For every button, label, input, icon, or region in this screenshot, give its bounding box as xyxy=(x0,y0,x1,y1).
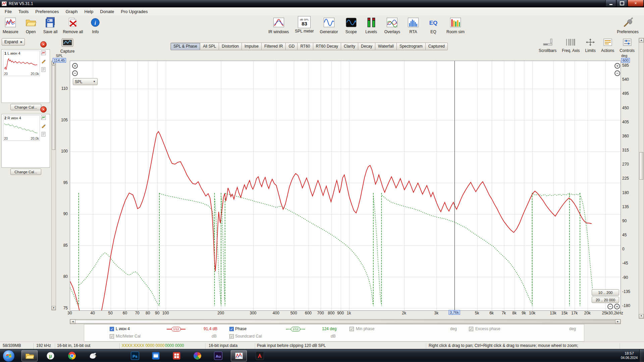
utorrent-icon[interactable]: µ xyxy=(42,350,58,361)
menu-graph[interactable]: Graph xyxy=(62,8,81,15)
spl-meter-button[interactable]: dB SPL83SPL meter xyxy=(295,16,314,34)
tab-decay[interactable]: Decay xyxy=(358,43,375,50)
maximize-button[interactable] xyxy=(616,0,627,7)
taskbar-clock[interactable]: 18:57 04.06.2024 xyxy=(621,351,638,360)
frequency-tick-label: 6k xyxy=(489,311,494,315)
start-button[interactable] xyxy=(3,350,15,362)
tab-filtered-ir[interactable]: Filtered IR xyxy=(262,43,286,50)
close-button[interactable]: × xyxy=(628,0,644,7)
zoom-out-x-icon[interactable]: − xyxy=(607,304,613,309)
generator-button[interactable]: Generator xyxy=(320,16,338,34)
tab-spl-phase[interactable]: SPL & Phase xyxy=(170,43,200,50)
menu-help[interactable]: Help xyxy=(81,8,97,15)
save-all-button[interactable]: Save all xyxy=(43,16,58,34)
info-button[interactable]: iInfo xyxy=(88,16,102,34)
scope-button[interactable]: Scope xyxy=(344,16,358,34)
photoshop-icon[interactable]: Ps xyxy=(127,350,143,361)
edit-pencil-icon[interactable] xyxy=(41,59,46,65)
preferences-button[interactable]: Preferences xyxy=(617,16,639,34)
expand-sidebar-button[interactable]: Expand » xyxy=(2,38,25,46)
levels-button[interactable]: Levels xyxy=(364,16,378,34)
excess-phase-checkbox[interactable]: ✓ xyxy=(469,327,473,331)
overlays-button[interactable]: Overlays xyxy=(384,16,400,34)
menu-tools[interactable]: Tools xyxy=(15,8,32,15)
trace-options-icon[interactable] xyxy=(41,115,46,121)
capture-button[interactable]: Capture xyxy=(59,38,76,54)
actions-button[interactable]: Actions xyxy=(601,38,614,53)
ir-windows-button[interactable]: IR windows xyxy=(268,16,289,34)
scroll-up-icon[interactable]: ▲ xyxy=(639,38,644,43)
scroll-left-icon[interactable]: ◄ xyxy=(70,319,75,324)
tab-rt60[interactable]: RT60 xyxy=(298,43,313,50)
tab-clarity[interactable]: Clarity xyxy=(341,43,358,50)
pinwheel-icon[interactable] xyxy=(189,350,205,361)
scrollbars-button[interactable]: Scrollbars xyxy=(539,38,556,53)
tab-impulse[interactable]: Impulse xyxy=(242,43,262,50)
phase-visibility-checkbox[interactable]: ✓ xyxy=(229,327,234,331)
tab-captured[interactable]: Captured xyxy=(426,43,448,50)
zoom-in-right-icon[interactable]: + xyxy=(614,63,620,69)
scrollbar-thumb[interactable] xyxy=(639,152,643,180)
scroll-right-icon[interactable]: ► xyxy=(615,319,621,324)
zoom-out-left-icon[interactable]: − xyxy=(72,70,78,76)
remove-measurement-2-icon[interactable]: × xyxy=(40,106,47,113)
remove-all-button[interactable]: Remove all xyxy=(63,16,83,34)
tab-rt60-decay[interactable]: RT60 Decay xyxy=(313,43,341,50)
rew-taskbar-icon[interactable] xyxy=(231,350,247,361)
blue-app-icon[interactable] xyxy=(148,350,164,361)
tab-spectrogram[interactable]: Spectrogram xyxy=(397,43,426,50)
menu-preferences[interactable]: Preferences xyxy=(32,8,62,15)
tab-all-spl[interactable]: All SPL xyxy=(200,43,219,50)
audition-icon[interactable]: Au xyxy=(210,350,226,361)
controls-button[interactable]: Controls xyxy=(620,38,635,53)
range-preset-20-20000-button[interactable]: 20 .. 20 000 xyxy=(592,297,619,303)
show-desktop-button[interactable] xyxy=(639,349,644,362)
eq-button[interactable]: EQEQ xyxy=(426,16,440,34)
explorer-icon[interactable] xyxy=(21,350,38,361)
bird-icon[interactable] xyxy=(85,350,101,361)
limits-button[interactable]: Limits xyxy=(585,38,596,53)
rta-button[interactable]: RTA xyxy=(406,16,420,34)
remove-measurement-1-icon[interactable]: × xyxy=(40,41,47,48)
minimize-button[interactable] xyxy=(605,0,616,7)
change-cal-button-1[interactable]: Change Cal... xyxy=(10,104,41,110)
edit-pencil-icon[interactable] xyxy=(41,123,46,129)
mic-meter-cal-checkbox[interactable]: ✓ xyxy=(110,334,114,339)
open-button[interactable]: Open xyxy=(24,16,38,34)
scrollbar-thumb[interactable] xyxy=(75,320,615,323)
trace-options-icon[interactable] xyxy=(41,50,46,56)
zoom-out-right-icon[interactable]: − xyxy=(614,70,620,76)
zoom-in-left-icon[interactable]: + xyxy=(72,63,78,69)
notes-icon[interactable] xyxy=(41,132,46,138)
chrome-icon[interactable] xyxy=(64,350,80,361)
measure-button[interactable]: Measure xyxy=(3,16,18,34)
menu-file[interactable]: File xyxy=(1,8,15,15)
amd-icon[interactable] xyxy=(252,350,268,361)
scroll-down-icon[interactable]: ▼ xyxy=(639,314,644,318)
red-app-icon[interactable] xyxy=(168,350,184,361)
notes-icon[interactable] xyxy=(41,67,46,73)
menu-pro-upgrades[interactable]: Pro Upgrades xyxy=(117,8,151,15)
soundcard-cal-checkbox[interactable]: ✓ xyxy=(229,334,234,339)
generator-icon xyxy=(322,16,336,29)
measurement-visibility-checkbox[interactable]: ✓ xyxy=(110,327,114,331)
graph-horizontal-scrollbar[interactable]: ◄ ► xyxy=(70,319,621,324)
tab-distortion[interactable]: Distortion xyxy=(219,43,242,50)
spl-phase-graph[interactable] xyxy=(70,61,621,311)
min-phase-checkbox[interactable]: ✓ xyxy=(350,327,354,331)
graph-mode-dropdown[interactable]: SPL ▼ xyxy=(73,78,98,85)
statusbar-separator xyxy=(255,343,255,349)
frequency-tick-label: 800 xyxy=(328,311,334,315)
change-cal-button-2[interactable]: Change Cal... xyxy=(10,169,41,175)
graph-vertical-scrollbar[interactable]: ▲ ▼ xyxy=(639,38,644,319)
tab-waterfall[interactable]: Waterfall xyxy=(375,43,397,50)
chart-canvas[interactable] xyxy=(70,61,621,310)
tab-gd[interactable]: GD xyxy=(286,43,298,50)
zoom-in-x-icon[interactable]: + xyxy=(614,304,620,309)
bit-depth: 16-bit in, 16-bit out xyxy=(57,343,90,348)
room-sim-button[interactable]: Room sim xyxy=(446,16,465,34)
freq-axis-button[interactable]: Freq. Axis xyxy=(562,38,580,53)
menu-donate[interactable]: Donate xyxy=(97,8,117,15)
range-preset-10-200-button[interactable]: 10 .. 200 xyxy=(592,289,619,296)
graph-tab-bar: SPL & PhaseAll SPLDistortionImpulseFilte… xyxy=(170,43,448,50)
